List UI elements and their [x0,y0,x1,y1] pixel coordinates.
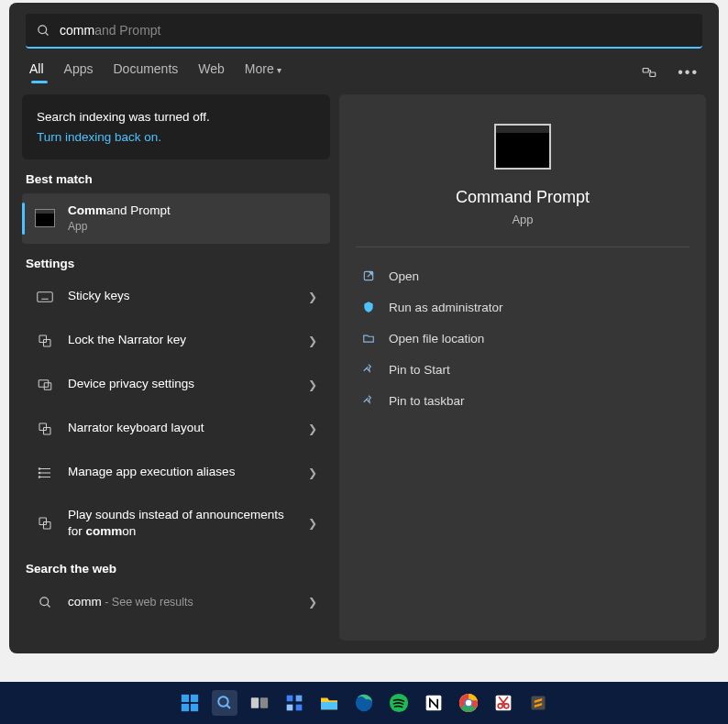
settings-item-sticky-keys[interactable]: Sticky keys ❯ [22,278,330,316]
file-explorer-icon[interactable] [316,690,342,716]
search-tabs: All Apps Documents Web More▾ ••• [9,49,719,87]
results-column: Search indexing was turned off. Turn ind… [22,94,330,641]
svg-rect-13 [44,382,51,389]
svg-rect-28 [191,695,198,702]
svg-line-25 [47,604,50,607]
tab-all[interactable]: All [29,61,44,83]
narrator-icon [35,419,55,439]
search-icon [37,24,50,38]
chevron-right-icon: ❯ [308,335,317,347]
folder-icon [361,331,376,346]
svg-point-24 [39,597,48,605]
indexing-msg: Search indexing was turned off. [37,107,315,127]
svg-rect-3 [650,72,656,77]
chevron-right-icon: ❯ [308,422,317,435]
web-result[interactable]: comm - See web results ❯ [22,583,330,621]
task-view-icon[interactable] [247,690,272,716]
search-input[interactable]: command Prompt [60,23,691,38]
action-open[interactable]: Open [356,260,689,291]
svg-rect-50 [532,697,546,710]
svg-rect-15 [44,427,51,434]
action-pin-start[interactable]: Pin to Start [356,354,689,385]
start-button[interactable] [177,690,203,716]
section-settings: Settings [22,249,330,272]
chevron-right-icon: ❯ [308,596,317,609]
edge-icon[interactable] [351,690,377,716]
svg-rect-35 [287,696,293,702]
action-open-location[interactable]: Open file location [356,323,689,354]
svg-point-0 [39,25,47,33]
svg-rect-4 [38,291,53,302]
keyboard-icon [35,287,55,307]
settings-item-narrator-layout[interactable]: Narrator keyboard layout ❯ [22,410,330,448]
settings-item-lock-narrator[interactable]: Lock the Narrator key ❯ [22,322,330,360]
sound-icon [35,513,55,533]
preview-pane: Command Prompt App Open Run as administr… [339,94,706,641]
search-options-icon[interactable] [641,64,657,81]
svg-rect-14 [39,423,47,431]
aliases-icon [35,463,55,483]
svg-rect-10 [39,335,47,343]
best-match-text: Command Prompt App [68,203,317,234]
windows-search-panel: command Prompt All Apps Documents Web Mo… [9,3,719,653]
svg-rect-11 [44,339,51,346]
svg-rect-37 [287,705,293,711]
command-prompt-icon [35,208,55,228]
indexing-notice: Search indexing was turned off. Turn ind… [22,94,330,159]
chevron-right-icon: ❯ [308,378,317,391]
notion-icon[interactable] [421,690,447,716]
taskbar [0,682,728,724]
search-icon [35,592,55,612]
best-match-result[interactable]: Command Prompt App [22,193,330,243]
settings-item-device-privacy[interactable]: Device privacy settings ❯ [22,366,330,404]
sublime-icon[interactable] [525,690,551,716]
widgets-icon[interactable] [281,690,307,716]
svg-point-46 [466,700,471,706]
open-icon [361,269,376,283]
chrome-icon[interactable] [456,690,481,716]
section-search-web: Search the web [22,554,330,577]
svg-rect-34 [260,697,268,708]
tab-web[interactable]: Web [198,61,225,83]
pin-icon [361,393,376,408]
svg-rect-30 [191,704,198,711]
tab-documents[interactable]: Documents [113,61,178,83]
action-run-admin[interactable]: Run as administrator [356,291,689,323]
svg-rect-36 [296,696,303,702]
svg-rect-12 [39,379,49,387]
chevron-right-icon: ❯ [308,466,317,479]
chevron-right-icon: ❯ [308,517,317,530]
indexing-link[interactable]: Turn indexing back on. [37,127,315,148]
more-options-icon[interactable]: ••• [678,64,699,81]
svg-rect-39 [321,702,337,709]
search-suggest-text: and Prompt [94,23,160,38]
search-bar[interactable]: command Prompt [26,14,702,49]
privacy-icon [35,375,55,395]
svg-rect-38 [296,705,303,711]
search-typed-text: comm [60,23,94,38]
preview-sub: App [512,213,533,226]
svg-rect-33 [251,697,259,708]
settings-item-play-sounds[interactable]: Play sounds instead of announcements for… [22,498,330,549]
settings-item-exec-aliases[interactable]: Manage app execution aliases ❯ [22,454,330,492]
shield-icon [361,300,376,314]
tab-more[interactable]: More▾ [245,61,281,83]
action-pin-taskbar[interactable]: Pin to taskbar [356,385,689,416]
tab-apps[interactable]: Apps [64,61,94,83]
svg-rect-27 [182,695,189,702]
section-best-match: Best match [22,165,330,188]
snipping-tool-icon[interactable] [491,690,516,716]
spotify-icon[interactable] [386,690,412,716]
chevron-right-icon: ❯ [308,291,317,303]
svg-rect-29 [182,704,189,711]
narrator-icon [35,331,55,351]
svg-point-31 [218,697,228,707]
preview-title: Command Prompt [456,188,590,207]
divider [356,247,689,247]
taskbar-search-icon[interactable] [212,690,237,716]
svg-rect-23 [44,521,51,529]
pin-icon [361,362,376,377]
svg-rect-2 [643,69,648,73]
svg-rect-22 [39,518,47,525]
chevron-down-icon: ▾ [277,65,281,75]
